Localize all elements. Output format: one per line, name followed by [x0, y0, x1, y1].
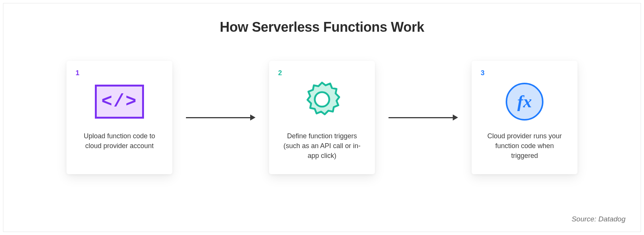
step-number-1: 1	[76, 69, 79, 77]
step-card-2: 2 Define function triggers (such as an A…	[269, 61, 375, 174]
fx-icon: fx	[504, 81, 545, 122]
step-card-1: 1 </> Upload function code to cloud prov…	[67, 61, 172, 174]
step-icon-1: </>	[95, 75, 144, 128]
step-caption-2: Define function triggers (such as an API…	[280, 131, 364, 161]
step-number-3: 3	[481, 69, 485, 77]
diagram-frame: How Serverless Functions Work 1 </> Uplo…	[3, 3, 641, 232]
arrow-icon	[389, 114, 458, 121]
step-card-3: 3 fx Cloud provider runs your function c…	[472, 61, 577, 174]
step-number-2: 2	[278, 69, 282, 77]
step-caption-3: Cloud provider runs your function code w…	[483, 131, 566, 161]
step-icon-3: fx	[504, 75, 545, 128]
steps-row: 1 </> Upload function code to cloud prov…	[67, 61, 577, 174]
step-icon-2	[299, 75, 345, 128]
svg-point-0	[315, 92, 329, 107]
gear-icon	[299, 79, 345, 124]
step-caption-1: Upload function code to cloud provider a…	[78, 131, 161, 151]
svg-text:fx: fx	[517, 92, 532, 111]
source-attribution: Source: Datadog	[571, 215, 625, 223]
diagram-title: How Serverless Functions Work	[220, 19, 424, 35]
code-icon: </>	[95, 85, 144, 119]
arrow-icon	[186, 114, 255, 121]
